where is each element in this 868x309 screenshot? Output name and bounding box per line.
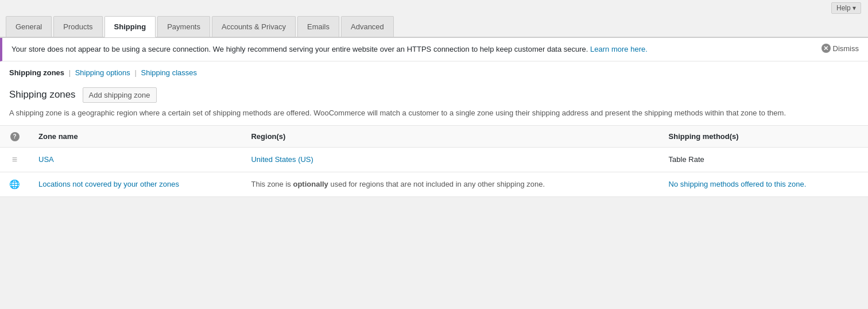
help-button[interactable]: Help ▾ — [831, 2, 861, 14]
tab-shipping[interactable]: Shipping — [104, 16, 156, 37]
zones-table: ? Zone name Region(s) Shipping method(s)… — [0, 125, 868, 197]
row-globe-icon-cell: 🌐 — [0, 172, 29, 196]
question-icon: ? — [10, 132, 20, 141]
optional-text-before: This zone is — [251, 180, 293, 188]
row-uncovered-methods-cell: No shipping methods offered to this zone… — [660, 172, 868, 196]
tab-products[interactable]: Products — [53, 16, 102, 37]
row-region-cell: United States (US) — [242, 147, 659, 172]
tab-emails[interactable]: Emails — [297, 16, 339, 37]
row-zone-name-cell: USA — [29, 147, 242, 172]
optional-text: This zone is optionally used for regions… — [251, 180, 545, 188]
subnav-shipping-classes[interactable]: Shipping classes — [141, 68, 197, 77]
optional-text-after: used for regions that are not included i… — [328, 180, 545, 188]
uncovered-locations-row: 🌐 Locations not covered by your other zo… — [0, 172, 868, 196]
col-header-zone-name: Zone name — [29, 126, 242, 148]
add-shipping-zone-button[interactable]: Add shipping zone — [83, 87, 157, 103]
row-uncovered-zone-name-cell: Locations not covered by your other zone… — [29, 172, 242, 196]
tab-general[interactable]: General — [6, 16, 52, 37]
tab-accounts-privacy[interactable]: Accounts & Privacy — [212, 16, 296, 37]
tab-payments[interactable]: Payments — [157, 16, 210, 37]
optional-bold: optionally — [293, 180, 328, 188]
subnav-shipping-options[interactable]: Shipping options — [75, 68, 130, 77]
subnav-sep-1: | — [69, 68, 71, 77]
col-header-icon: ? — [0, 126, 29, 148]
globe-icon: 🌐 — [9, 179, 20, 189]
zone-name-link[interactable]: USA — [38, 155, 54, 164]
dismiss-icon: ✕ — [822, 44, 831, 53]
top-bar: Help ▾ — [0, 0, 868, 16]
dismiss-label: Dismiss — [833, 44, 859, 53]
alert-banner: Your store does not appear to be using a… — [0, 38, 868, 61]
region-link[interactable]: United States (US) — [251, 155, 313, 164]
sub-nav: Shipping zones | Shipping options | Ship… — [0, 61, 868, 82]
dismiss-button[interactable]: ✕ Dismiss — [822, 44, 859, 53]
row-uncovered-region-cell: This zone is optionally used for regions… — [242, 172, 659, 196]
subnav-shipping-zones[interactable]: Shipping zones — [9, 68, 64, 77]
table-row: ≡ USA United States (US) Table Rate — [0, 147, 868, 172]
col-header-regions: Region(s) — [242, 126, 659, 148]
tab-advanced[interactable]: Advanced — [341, 16, 394, 37]
table-header-row: ? Zone name Region(s) Shipping method(s) — [0, 126, 868, 148]
alert-text: Your store does not appear to be using a… — [11, 44, 648, 55]
zone-description: A shipping zone is a geographic region w… — [0, 107, 868, 126]
alert-message-before-link: Your store does not appear to be using a… — [11, 45, 588, 53]
subnav-sep-2: | — [134, 68, 136, 77]
drag-handle-icon[interactable]: ≡ — [12, 154, 17, 164]
row-drag-handle-cell: ≡ — [0, 147, 29, 172]
tabs-bar: General Products Shipping Payments Accou… — [0, 16, 868, 37]
no-methods-text: No shipping methods offered to this zone… — [669, 180, 807, 188]
row-shipping-method-cell: Table Rate — [660, 147, 868, 172]
section-header: Shipping zones Add shipping zone — [0, 82, 868, 107]
main-content: Your store does not appear to be using a… — [0, 37, 868, 197]
col-header-shipping-methods: Shipping method(s) — [660, 126, 868, 148]
uncovered-zone-link[interactable]: Locations not covered by your other zone… — [38, 180, 179, 188]
alert-learn-more-link[interactable]: Learn more here. — [590, 45, 648, 53]
section-title: Shipping zones — [9, 89, 76, 101]
